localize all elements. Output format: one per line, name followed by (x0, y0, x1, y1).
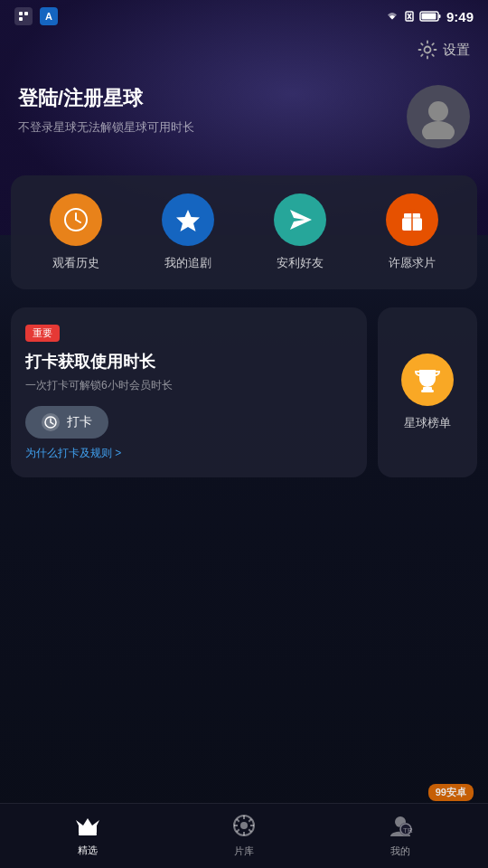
checkin-title: 打卡获取使用时长 (25, 351, 352, 373)
trophy-circle (401, 354, 454, 406)
avatar-svg (416, 94, 461, 139)
checkin-desc: 一次打卡可解锁6小时会员时长 (25, 378, 352, 393)
settings-row: 设置 (0, 33, 488, 67)
login-section[interactable]: 登陆/注册星球 不登录星球无法解锁星球可用时长 (0, 67, 488, 157)
status-right-icons: 9:49 (385, 9, 474, 24)
settings-gear-icon (418, 40, 437, 60)
recommend-label: 安利好友 (277, 255, 324, 271)
crown-nav-icon (75, 815, 100, 840)
login-title: 登陆/注册星球 (18, 85, 194, 112)
history-icon-circle (50, 193, 102, 246)
following-label: 我的追剧 (164, 255, 211, 271)
svg-marker-14 (290, 210, 312, 230)
trophy-icon (412, 364, 443, 395)
recommend-icon-circle (274, 193, 326, 246)
send-icon (286, 206, 314, 233)
avatar[interactable] (407, 85, 470, 148)
watermark: 99安卓 (428, 784, 474, 801)
action-wishlist[interactable]: 许愿求片 (386, 193, 438, 271)
svg-rect-1 (24, 12, 28, 15)
svg-text:TRi: TRi (403, 826, 413, 835)
svg-point-25 (240, 822, 248, 829)
following-icon-circle (162, 193, 214, 246)
bottom-nav: 精选 片库 TRi (0, 803, 488, 868)
svg-rect-8 (421, 14, 436, 20)
svg-rect-0 (19, 12, 23, 15)
actions-grid: 观看历史 我的追剧 安利好友 (20, 193, 468, 271)
signal-blocked-icon (405, 11, 414, 22)
nav-item-featured[interactable]: 精选 (9, 815, 165, 857)
action-recommend[interactable]: 安利好友 (274, 193, 326, 271)
svg-point-10 (428, 101, 448, 121)
settings-button[interactable]: 设置 (418, 40, 470, 60)
nav-item-mine[interactable]: TRi 我的 (323, 814, 479, 858)
gift-icon (399, 206, 426, 233)
nav-label-library: 片库 (234, 844, 254, 858)
checkin-clock-icon (44, 416, 57, 429)
svg-rect-21 (421, 390, 434, 392)
app-icon-a: A (40, 7, 58, 25)
svg-line-30 (237, 819, 239, 822)
checkin-badge: 重要 (25, 325, 60, 342)
app-icon-square (14, 7, 33, 25)
checkin-link[interactable]: 为什么打卡及规则 > (25, 446, 352, 461)
action-following[interactable]: 我的追剧 (162, 193, 214, 271)
wishlist-icon-circle (386, 193, 438, 246)
star-icon (174, 206, 202, 233)
svg-line-32 (237, 829, 239, 832)
svg-rect-7 (438, 14, 440, 18)
settings-label: 设置 (443, 42, 470, 59)
checkin-card[interactable]: 重要 打卡获取使用时长 一次打卡可解锁6小时会员时长 打卡 为什么打卡及规则 > (11, 307, 367, 477)
svg-marker-13 (176, 210, 200, 231)
clock-icon (62, 206, 89, 233)
checkin-btn-label: 打卡 (67, 414, 92, 430)
film-nav-icon (231, 814, 257, 841)
leaderboard-card[interactable]: 星球榜单 (378, 307, 477, 477)
svg-marker-22 (76, 818, 99, 833)
checkin-btn-icon (42, 413, 60, 431)
status-app-icons: A (14, 7, 58, 25)
battery-icon (419, 10, 441, 23)
svg-point-11 (422, 121, 455, 139)
svg-rect-2 (19, 17, 23, 21)
wishlist-label: 许愿求片 (389, 255, 436, 271)
actions-card: 观看历史 我的追剧 安利好友 (11, 175, 477, 289)
nav-item-library[interactable]: 片库 (165, 814, 322, 858)
history-label: 观看历史 (52, 255, 99, 271)
nav-label-mine: 我的 (390, 844, 410, 858)
login-text: 登陆/注册星球 不登录星球无法解锁星球可用时长 (18, 85, 194, 136)
svg-point-9 (425, 47, 431, 53)
login-subtitle: 不登录星球无法解锁星球可用时长 (18, 119, 194, 136)
svg-line-31 (249, 829, 251, 832)
leaderboard-label: 星球榜单 (404, 415, 451, 431)
status-bar: A 9:49 (0, 0, 488, 33)
svg-rect-23 (79, 833, 97, 835)
feature-row: 重要 打卡获取使用时长 一次打卡可解锁6小时会员时长 打卡 为什么打卡及规则 > (11, 307, 477, 477)
action-history[interactable]: 观看历史 (50, 193, 102, 271)
status-time: 9:49 (446, 9, 474, 24)
checkin-button[interactable]: 打卡 (25, 406, 108, 439)
svg-line-33 (249, 819, 251, 822)
wifi-icon (385, 11, 399, 22)
user-nav-icon: TRi (388, 814, 413, 841)
nav-label-featured: 精选 (78, 844, 98, 857)
